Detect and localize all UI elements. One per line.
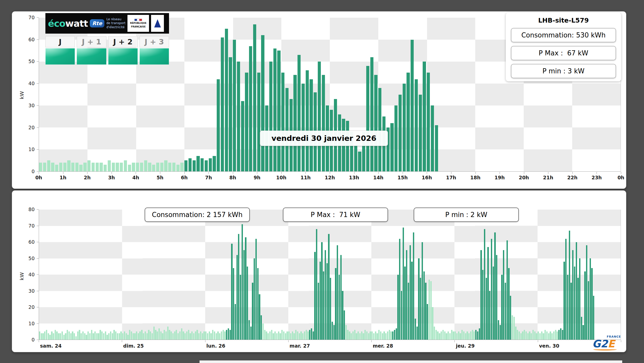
- bar: [406, 250, 407, 340]
- y-tick: [37, 340, 39, 340]
- bar: [553, 331, 554, 340]
- bar: [242, 224, 243, 340]
- bar: [472, 330, 473, 340]
- x-tick: [330, 172, 330, 174]
- bar: [274, 331, 276, 340]
- bar: [172, 163, 175, 171]
- x-tick-label: sam. 24: [40, 343, 62, 349]
- bar: [281, 73, 284, 171]
- ecowatt-logo: écowatt Rte Le réseau de transport d'éle…: [45, 13, 169, 34]
- bar: [160, 331, 162, 340]
- bar: [104, 165, 107, 171]
- bar: [498, 320, 499, 340]
- bar: [586, 245, 587, 340]
- bar: [408, 283, 409, 340]
- x-tick-label: 0h: [35, 175, 42, 180]
- y-tick-label: 80: [18, 207, 35, 212]
- bar: [451, 330, 452, 340]
- bar: [423, 62, 426, 171]
- bar: [293, 75, 296, 172]
- bar: [250, 327, 252, 340]
- rte-tagline-line: d'électricité: [106, 25, 125, 30]
- day-button-j3[interactable]: J + 3: [140, 36, 169, 65]
- bar: [217, 331, 219, 340]
- bar: [468, 333, 470, 340]
- bar: [422, 242, 423, 340]
- bar: [352, 331, 354, 340]
- x-tick: [87, 172, 87, 174]
- x-tick-label: 10h: [276, 175, 286, 180]
- x-tick-label: dim. 25: [123, 343, 144, 349]
- x-tick-label: 15h: [398, 175, 408, 180]
- bar: [122, 333, 123, 340]
- stat-pmax-week: P Max : 71 kW: [283, 208, 388, 222]
- bar: [84, 333, 85, 340]
- bar: [484, 229, 485, 340]
- bar: [235, 304, 236, 340]
- bar: [590, 258, 591, 340]
- x-tick-label: 11h: [300, 175, 311, 180]
- bar: [326, 263, 328, 340]
- bar: [322, 75, 325, 172]
- bar: [298, 55, 301, 171]
- stat-pmin-week: P min : 2 kW: [414, 208, 519, 222]
- bar: [330, 278, 331, 340]
- y-tick-label: 30: [18, 288, 35, 294]
- bar: [112, 333, 113, 340]
- bar: [423, 271, 425, 340]
- ecowatt-signal-tile: [77, 48, 106, 65]
- bar: [212, 330, 213, 340]
- bar: [349, 331, 350, 340]
- g2e-swoosh-icon: [593, 348, 617, 350]
- bar: [458, 331, 459, 340]
- bar: [225, 29, 228, 171]
- bar: [411, 262, 412, 340]
- bar: [83, 163, 86, 171]
- bar: [112, 163, 115, 171]
- bar: [527, 333, 529, 340]
- bar: [358, 152, 361, 171]
- bar: [441, 331, 442, 340]
- bar: [328, 234, 329, 340]
- bar: [139, 331, 141, 340]
- x-tick: [524, 172, 524, 174]
- bar: [454, 331, 456, 340]
- day-button-j2[interactable]: J + 2: [108, 36, 138, 65]
- bar: [93, 333, 94, 340]
- bar: [358, 331, 359, 340]
- bar: [522, 331, 523, 340]
- bar: [442, 330, 444, 340]
- bar: [479, 328, 480, 340]
- bar: [193, 333, 194, 340]
- x-tick-label: 22h: [567, 175, 578, 180]
- bar: [508, 268, 509, 340]
- bar: [285, 333, 286, 340]
- bar: [325, 250, 326, 340]
- bar: [515, 327, 516, 340]
- bar: [538, 331, 539, 340]
- bar: [387, 331, 388, 340]
- bar: [333, 325, 335, 340]
- bar: [269, 331, 271, 340]
- bar: [233, 268, 234, 340]
- day-button-label: J + 2: [108, 36, 138, 47]
- bar: [292, 331, 293, 340]
- bar: [389, 330, 390, 340]
- bar: [512, 315, 513, 340]
- x-tick: [63, 172, 63, 174]
- bar: [434, 327, 435, 340]
- bar: [179, 331, 181, 340]
- bar: [249, 320, 250, 340]
- bar: [214, 331, 215, 340]
- bar: [245, 237, 246, 340]
- bar: [560, 328, 561, 340]
- bar: [255, 239, 257, 340]
- day-button-j1[interactable]: J + 1: [77, 36, 106, 65]
- bar: [205, 160, 208, 171]
- bar: [581, 317, 582, 340]
- x-tick-label: 16h: [422, 175, 432, 180]
- bar: [368, 333, 369, 340]
- bar: [425, 283, 426, 340]
- bar: [77, 331, 78, 340]
- day-button-j[interactable]: J: [45, 36, 75, 65]
